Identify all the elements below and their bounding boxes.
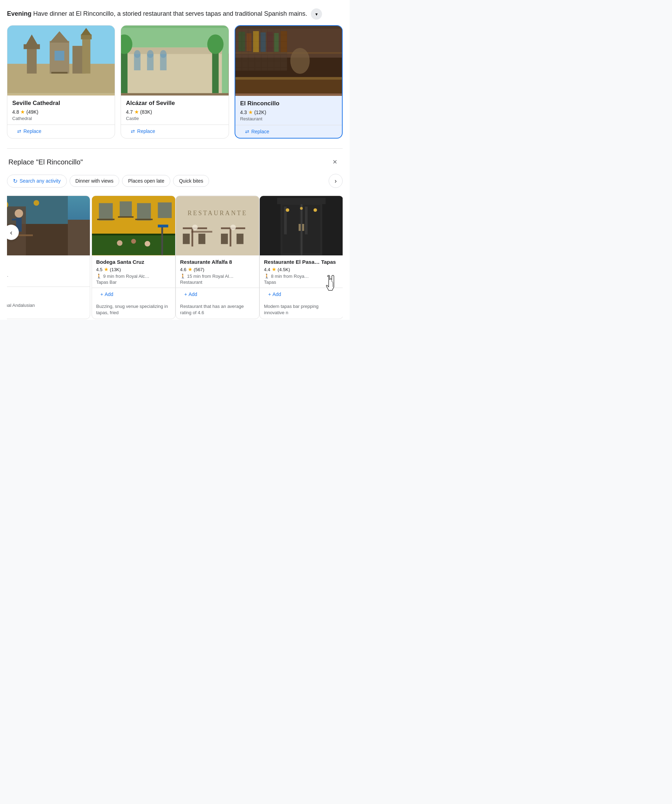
evening-dropdown-button[interactable]: ▾ (311, 8, 322, 20)
replace-icon-rinconcillo: ⇄ (245, 129, 249, 134)
svg-rect-79 (183, 234, 190, 244)
evening-text: Have dinner at El Rinconcillo, a storied… (31, 10, 307, 17)
place-type-cathedral: Cathedral (12, 116, 110, 121)
replace-label-rinconcillo: Replace (251, 129, 269, 134)
add-link-pasaje[interactable]: + Add (264, 288, 339, 301)
restaurant-type-partial: …nt (7, 278, 86, 284)
place-type-alcazar: Castle (126, 116, 223, 121)
restaurant-reviews-pasaje: (4.5K) (277, 267, 290, 272)
restaurant-walk-partial: 🚶 n from Royal Al… (7, 273, 86, 278)
star-icon-pasaje: ★ (272, 266, 276, 273)
add-label-bodega: Add (104, 291, 113, 297)
walk-icon-bodega: 🚶 (96, 274, 102, 279)
chip-places-open-late[interactable]: Places open late (122, 175, 170, 187)
restaurant-rating-pasaje: 4.4 ★ (4.5K) (264, 266, 339, 273)
svg-rect-63 (135, 219, 153, 220)
svg-rect-2 (27, 47, 37, 74)
svg-rect-16 (127, 47, 222, 54)
add-label-alfalfa: Add (188, 291, 197, 297)
replace-link-rinconcillo[interactable]: ⇄ Replace (240, 125, 337, 138)
place-rating-alcazar: 4.7 ★ (83K) (126, 109, 223, 115)
add-link-alfalfa[interactable]: + Add (180, 288, 255, 301)
svg-rect-59 (137, 203, 151, 221)
svg-rect-9 (51, 72, 68, 74)
restaurant-rating-partial: (2.8K) (7, 266, 86, 271)
svg-rect-80 (198, 234, 205, 244)
replace-panel-title: Replace "El Rinconcillo" (8, 158, 83, 166)
replace-panel: Replace "El Rinconcillo" × ↻ Search any … (7, 148, 343, 320)
restaurant-type-bodega: Tapas Bar (96, 279, 171, 285)
plus-icon-pasaje: + (268, 291, 271, 297)
svg-point-20 (147, 50, 154, 58)
svg-rect-72 (176, 196, 259, 255)
restaurant-desc-pasaje: Modern tapas bar prepping innovative n (260, 301, 343, 319)
restaurant-card-bodega-santa-cruz[interactable]: Bodega Santa Cruz 4.5 ★ (13K) 🚶 9 min fr… (91, 196, 176, 319)
place-card-el-rinconcillo[interactable]: El Rinconcillo 4.3 ★ (12K) Restaurant ⇄ … (235, 25, 343, 139)
restaurant-reviews-bodega: (13K) (110, 267, 121, 272)
restaurant-row: …ga (2.8K) 🚶 n from Royal Al… …nt + Add (7, 195, 343, 320)
svg-point-96 (285, 208, 289, 212)
filter-chips: ↻ Search any activity Dinner with views … (7, 174, 343, 188)
restaurant-walk-alfalfa: 🚶 15 min from Royal Al… (180, 274, 255, 279)
svg-text:RESTAURANTE: RESTAURANTE (188, 209, 247, 217)
rating-value-cathedral: 4.8 (12, 109, 19, 115)
replace-link-alcazar[interactable]: ⇄ Replace (126, 125, 223, 137)
chip-search-label: Search any activity (20, 178, 61, 184)
replace-panel-close-button[interactable]: × (329, 156, 341, 168)
restaurant-card-partial[interactable]: …ga (2.8K) 🚶 n from Royal Al… …nt + Add (7, 196, 90, 319)
walk-icon-alfalfa: 🚶 (180, 274, 186, 279)
evening-header: Evening Have dinner at El Rinconcillo, a… (7, 8, 343, 20)
svg-rect-11 (81, 34, 91, 39)
svg-rect-82 (237, 234, 244, 244)
svg-point-54 (34, 200, 39, 206)
svg-point-48 (15, 209, 23, 217)
search-rotate-icon: ↻ (13, 178, 18, 185)
restaurant-card-alfalfa[interactable]: RESTAURANTE (176, 196, 259, 319)
add-link-partial[interactable]: + Add (7, 287, 86, 299)
svg-point-98 (300, 207, 303, 209)
svg-rect-50 (12, 219, 16, 221)
replace-label-cathedral: Replace (23, 128, 41, 134)
svg-rect-10 (82, 38, 90, 74)
place-card-image-cathedral (7, 26, 115, 95)
chip-quick-bites[interactable]: Quick bites (173, 175, 209, 187)
restaurant-scroll-wrapper: ‹ (7, 195, 343, 320)
walk-icon-pasaje: 🚶 (264, 274, 269, 279)
svg-rect-58 (119, 201, 132, 217)
svg-point-67 (131, 239, 136, 244)
chips-next-button[interactable]: › (329, 174, 343, 188)
svg-rect-15 (127, 47, 222, 93)
chip-dinner-views-label: Dinner with views (75, 178, 114, 184)
star-icon-cathedral: ★ (20, 109, 25, 115)
svg-point-68 (145, 241, 150, 247)
chip-dinner-views[interactable]: Dinner with views (70, 175, 119, 187)
replace-label-alcazar: Replace (137, 128, 155, 134)
place-card-alcazar[interactable]: Alcázar of Seville 4.7 ★ (83K) Castle ⇄ … (121, 25, 229, 139)
restaurant-name-pasaje: Restaurante El Pasa… Tapas (264, 259, 339, 265)
review-count-rinconcillo: (12K) (254, 109, 266, 115)
chip-search-activity[interactable]: ↻ Search any activity (7, 175, 67, 188)
place-cards-row: Seville Cathedral 4.8 ★ (49K) Cathedral … (7, 25, 343, 139)
review-count-alcazar: (83K) (140, 109, 152, 115)
restaurant-walk-text-partial: n from Royal Al… (7, 273, 8, 278)
svg-rect-62 (118, 216, 134, 217)
replace-link-cathedral[interactable]: ⇄ Replace (12, 125, 110, 137)
restaurant-body-alfalfa: Restaurante Alfalfa 8 4.6 ★ (567) 🚶 15 m… (176, 255, 259, 301)
svg-rect-60 (158, 203, 172, 218)
svg-rect-93 (298, 224, 301, 231)
restaurant-desc-partial: tive reinventions of nal Andalusian (7, 299, 90, 311)
svg-rect-70 (158, 225, 168, 227)
restaurant-walk-text-pasaje: 8 min from Roya… (271, 274, 309, 279)
place-card-image-alcazar (121, 26, 228, 95)
restaurant-card-pasaje[interactable]: Restaurante El Pasa… Tapas 4.4 ★ (4.5K) … (259, 196, 343, 319)
page-container: Evening Have dinner at El Rinconcillo, a… (0, 0, 350, 320)
place-card-body-rinconcillo: El Rinconcillo 4.3 ★ (12K) Restaurant ⇄ … (235, 96, 342, 138)
place-card-seville-cathedral[interactable]: Seville Cathedral 4.8 ★ (49K) Cathedral … (7, 25, 115, 139)
restaurant-type-pasaje: Tapas (264, 279, 339, 285)
plus-icon-alfalfa: + (184, 291, 187, 297)
rating-value-alcazar: 4.7 (126, 109, 132, 115)
place-name-alcazar: Alcázar of Seville (126, 100, 223, 107)
back-arrow-icon: ‹ (10, 229, 13, 237)
add-link-bodega[interactable]: + Add (96, 288, 171, 301)
restaurant-name-alfalfa: Restaurante Alfalfa 8 (180, 259, 255, 265)
